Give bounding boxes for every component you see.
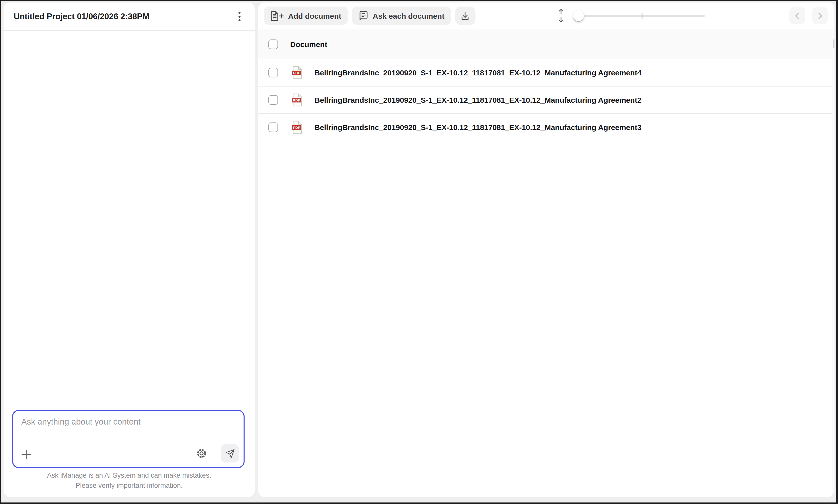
documents-panel: Add document Ask each document xyxy=(258,2,835,497)
table-row[interactable]: PDF BellringBrandsInc_20190920_S-1_EX-10… xyxy=(258,114,835,141)
select-all-checkbox[interactable] xyxy=(268,39,278,49)
chat-panel: Untitled Project 01/06/2026 2:38PM xyxy=(3,2,255,497)
chevron-left-icon xyxy=(793,12,801,19)
svg-text:PDF: PDF xyxy=(293,71,300,75)
document-name[interactable]: BellringBrandsInc_20190920_S-1_EX-10.12_… xyxy=(314,96,642,104)
zoom-slider-midpoint-tick xyxy=(641,13,643,18)
document-name[interactable]: BellringBrandsInc_20190920_S-1_EX-10.12_… xyxy=(314,68,642,77)
ask-each-document-label: Ask each document xyxy=(373,12,444,20)
zoom-slider[interactable] xyxy=(578,10,704,21)
attach-plus-icon[interactable] xyxy=(20,448,32,461)
kebab-menu-icon[interactable] xyxy=(237,10,243,23)
pdf-file-icon: PDF xyxy=(292,93,303,107)
gear-icon[interactable] xyxy=(196,448,207,459)
add-document-label: Add document xyxy=(288,12,341,20)
row-height-icon[interactable] xyxy=(557,8,564,23)
documents-toolbar: Add document Ask each document xyxy=(258,2,835,29)
next-page-button[interactable] xyxy=(812,7,828,24)
pdf-file-icon: PDF xyxy=(292,66,303,79)
table-row[interactable]: PDF BellringBrandsInc_20190920_S-1_EX-10… xyxy=(258,59,835,87)
document-column-header: Document xyxy=(290,40,327,48)
vertical-scrollbar xyxy=(832,29,835,497)
scrollbar-thumb[interactable] xyxy=(833,39,835,48)
document-plus-icon xyxy=(270,11,284,21)
ai-disclaimer-line2: Please verify important information. xyxy=(3,481,255,490)
app-window: Untitled Project 01/06/2026 2:38PM xyxy=(0,0,838,504)
row-checkbox[interactable] xyxy=(268,123,278,132)
chevron-right-icon xyxy=(816,12,824,19)
chat-input[interactable] xyxy=(21,417,235,440)
row-checkbox[interactable] xyxy=(268,68,278,77)
svg-text:PDF: PDF xyxy=(293,126,300,129)
chat-panel-header: Untitled Project 01/06/2026 2:38PM xyxy=(3,2,255,31)
table-row[interactable]: PDF BellringBrandsInc_20190920_S-1_EX-10… xyxy=(258,87,835,114)
svg-text:PDF: PDF xyxy=(293,98,300,102)
ai-disclaimer: Ask iManage is an AI System and can make… xyxy=(3,471,255,490)
ai-disclaimer-line1: Ask iManage is an AI System and can make… xyxy=(3,471,255,481)
project-title: Untitled Project 01/06/2026 2:38PM xyxy=(14,12,150,21)
chat-bubble-icon xyxy=(359,11,369,21)
document-name[interactable]: BellringBrandsInc_20190920_S-1_EX-10.12_… xyxy=(314,123,642,131)
ask-each-document-button[interactable]: Ask each document xyxy=(352,6,451,25)
download-button[interactable] xyxy=(455,6,475,25)
pdf-file-icon: PDF xyxy=(292,121,303,134)
chat-composer xyxy=(12,410,245,468)
row-checkbox[interactable] xyxy=(268,95,278,105)
send-button[interactable] xyxy=(221,444,239,463)
download-icon xyxy=(460,11,470,20)
zoom-slider-thumb[interactable] xyxy=(573,10,583,21)
previous-page-button[interactable] xyxy=(789,7,805,24)
table-header-row: Document xyxy=(258,29,835,59)
add-document-button[interactable]: Add document xyxy=(264,6,348,25)
paper-plane-icon xyxy=(225,449,235,458)
